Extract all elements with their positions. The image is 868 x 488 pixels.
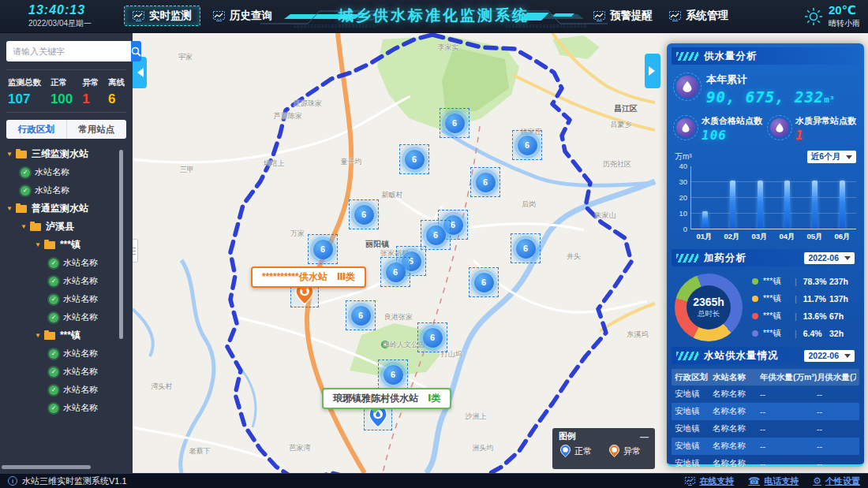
sidebar-collapse-button[interactable] <box>133 57 147 88</box>
tree-folder-item[interactable]: ▼***镇 <box>0 326 118 345</box>
map-place-label: 良港张家 <box>384 312 413 322</box>
chevron-down-icon <box>844 256 851 263</box>
dosing-percent: 78.3% <box>795 277 829 286</box>
tree-expand-arrow-icon[interactable]: ▼ <box>35 241 41 248</box>
supply-bar-chart: 403020100 01月02月03月04月05月06月 <box>673 166 858 245</box>
table-row[interactable]: 安地镇名称名称---- <box>672 403 859 420</box>
tree-folder-item[interactable]: ▼普通监测水站 <box>0 199 118 218</box>
legend-item-label: 正常 <box>574 445 592 457</box>
table-cell: 安地镇 <box>675 389 713 400</box>
monitor-icon <box>685 477 695 486</box>
cluster-count: 6 <box>354 205 374 225</box>
sidebar-horizontal-scrollbar[interactable] <box>2 465 91 469</box>
cluster-count: 6 <box>474 273 494 292</box>
map-place-label: 汪源珠家 <box>294 99 322 109</box>
station-popup-normal[interactable]: 琅琊镇雅陈村供水站 Ⅰ类 <box>322 388 451 409</box>
legend-item-label: 异常 <box>623 445 641 457</box>
tree-folder-item[interactable]: ▼泸溪县 <box>0 218 118 236</box>
year-total-label: 本年累计 <box>706 73 835 87</box>
map-place-label: 宇家 <box>178 52 193 62</box>
tree-station-item[interactable]: ✓水站名称 <box>0 345 118 363</box>
station-cluster-marker[interactable]: 6 <box>417 322 447 352</box>
tab-common-stations[interactable]: 常用站点 <box>66 120 127 139</box>
tree-station-item[interactable]: ✓水站名称 <box>0 163 118 181</box>
table-header-cell: 年供水量(万m³) <box>760 372 817 383</box>
station-supply-table: 行政区划水站名称年供水量(万m³)月供水量(万m³) 安地镇名称名称----安地… <box>672 369 859 472</box>
panel-expand-button[interactable] <box>645 54 660 88</box>
tab-admin-region[interactable]: 行政区划 <box>6 120 66 139</box>
legend-color-dot <box>752 296 758 302</box>
station-popup-abnormal[interactable]: **********供水站 Ⅲ类 <box>251 266 366 288</box>
map-place-label: 湾头村 <box>152 382 173 392</box>
station-cluster-marker[interactable]: 6 <box>378 359 408 389</box>
table-cell: 安地镇 <box>675 441 713 452</box>
tree-station-item[interactable]: ✓水站名称 <box>0 381 118 399</box>
tree-expand-arrow-icon[interactable]: ▼ <box>6 205 13 212</box>
station-cluster-marker[interactable]: 6 <box>380 257 410 287</box>
table-month-dropdown[interactable]: 2022-06 <box>804 350 855 362</box>
station-cluster-marker[interactable]: 6 <box>470 167 500 197</box>
folder-icon <box>44 241 55 249</box>
cluster-count: 6 <box>426 225 446 245</box>
tree-station-item[interactable]: ✓水站名称 <box>0 254 118 272</box>
tree-folder-item[interactable]: ▼***镇 <box>0 236 118 254</box>
bar <box>730 181 735 229</box>
tree-label: 水站名称 <box>63 384 98 396</box>
station-cluster-marker[interactable]: 6 <box>511 233 541 263</box>
station-cluster-marker[interactable]: 6 <box>512 130 542 160</box>
online-support-link[interactable]: 在线支持 <box>685 475 734 487</box>
personal-settings-link[interactable]: ⚙ 个性设置 <box>813 475 860 487</box>
tree-station-item[interactable]: ✓水站名称 <box>0 399 118 417</box>
table-cell: 名称名称 <box>713 458 760 469</box>
station-cluster-marker[interactable]: 6 <box>440 108 470 138</box>
tree-station-item[interactable]: ✓水站名称 <box>0 181 118 199</box>
table-row[interactable]: 安地镇名称名称---- <box>672 386 859 403</box>
tree-folder-item[interactable]: ▼三维监测水站 <box>0 145 118 163</box>
system-version: 水站三维实时监测系统V1.1 <box>22 475 127 487</box>
station-cluster-marker[interactable]: 6 <box>349 199 379 229</box>
gear-icon: ⚙ <box>813 475 821 486</box>
sidebar-vertical-scrollbar[interactable] <box>119 150 123 339</box>
folder-icon <box>44 332 55 340</box>
station-status-check-icon: ✓ <box>49 259 58 268</box>
water-quality-icon <box>676 118 695 137</box>
cluster-count: 6 <box>405 150 425 169</box>
tree-station-item[interactable]: ✓水站名称 <box>0 272 118 290</box>
dosing-legend-row: ***镇6.4%32h <box>752 328 858 339</box>
tree-expand-arrow-icon[interactable]: ▼ <box>6 151 13 158</box>
chevron-left-icon <box>133 68 144 77</box>
station-cluster-marker[interactable]: 6 <box>469 267 499 297</box>
table-header-cell: 月供水量(万m³) <box>817 372 856 383</box>
dosing-month-dropdown[interactable]: 2022-06 <box>804 252 855 264</box>
phone-support-link[interactable]: ☎ 电话支持 <box>748 475 799 487</box>
tree-station-item[interactable]: ✓水站名称 <box>0 363 118 381</box>
folder-icon <box>30 223 41 231</box>
stat-value: 107 <box>8 91 30 107</box>
map-place-label: 芦源陈家 <box>274 111 302 121</box>
tree-station-item[interactable]: ✓水站名称 <box>0 290 118 308</box>
tree-label: ***镇 <box>60 329 80 342</box>
year-total-value: 90, 675, 232m³ <box>706 88 835 106</box>
search-input[interactable] <box>6 41 131 61</box>
bar <box>758 181 763 229</box>
station-cluster-marker[interactable]: 6 <box>399 144 429 174</box>
bottom-statusbar: i 水站三维实时监测系统V1.1 在线支持 ☎ 电话支持 ⚙ 个性设置 <box>0 473 868 488</box>
dosing-town-name: ***镇 <box>763 293 795 304</box>
search-button[interactable] <box>131 41 141 61</box>
legend-minimize-button[interactable]: — <box>640 432 649 441</box>
bar <box>702 211 708 229</box>
range-select-dropdown[interactable]: 近6个月 <box>807 151 856 163</box>
tree-expand-arrow-icon[interactable]: ▼ <box>35 332 41 339</box>
table-header-cell: 行政区划 <box>675 372 713 383</box>
table-row[interactable]: 安地镇名称名称---- <box>672 455 859 472</box>
station-table-title: 水站供水量情况 <box>704 349 804 363</box>
dosing-legend-row: ***镇13.6%67h <box>752 311 858 322</box>
station-cluster-marker[interactable]: 6 <box>346 300 376 330</box>
tree-station-item[interactable]: ✓水站名称 <box>0 308 118 326</box>
table-row[interactable]: 安地镇名称名称---- <box>672 438 859 455</box>
station-cluster-marker[interactable]: 6 <box>308 234 338 264</box>
legend-pin-icon <box>609 445 619 457</box>
tree-expand-arrow-icon[interactable]: ▼ <box>21 223 27 230</box>
table-row[interactable]: 安地镇名称名称---- <box>672 420 859 438</box>
cluster-count: 6 <box>518 136 537 155</box>
